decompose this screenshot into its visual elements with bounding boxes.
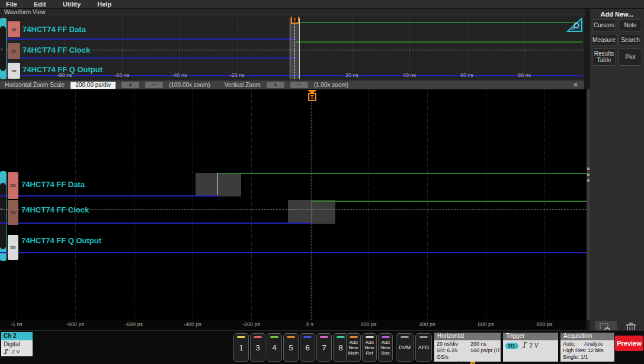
acq-single: Single: 1/1 — [563, 354, 614, 360]
data-transition-block — [196, 173, 241, 197]
menu-edit[interactable]: Edit — [34, 1, 46, 8]
trace-clock-low — [0, 223, 312, 224]
label-ff-qoutput[interactable]: 74HCT74 FF Q Output — [21, 236, 101, 246]
oscilloscope-app: File Edit Utility Help Waveform View ‹› … — [0, 0, 644, 364]
channel-color-stripe — [320, 336, 328, 338]
v-zoom-plus-button[interactable]: + — [267, 82, 284, 88]
dvm-button[interactable]: DVM — [396, 333, 414, 362]
digital-group-bracket — [0, 183, 6, 249]
menu-file[interactable]: File — [6, 1, 17, 8]
channel-color-stripe — [254, 336, 262, 338]
trigger-position-flag[interactable]: T — [290, 17, 300, 24]
axis-tick: 40 ns — [403, 72, 416, 78]
trigger-title: Trigger — [503, 333, 558, 340]
grid-line — [409, 17, 410, 80]
channel-color-stripe — [237, 336, 245, 338]
acq-resolution: High Res: 12 bits — [563, 347, 614, 354]
ref-color-stripe — [366, 336, 374, 338]
badge-d2[interactable]: D2 — [8, 172, 18, 199]
panel-grip-handle[interactable] — [587, 167, 589, 182]
h-zoom-minus-button[interactable]: − — [145, 82, 163, 88]
axis-tick: -400 ps — [184, 321, 201, 327]
close-zoom-icon[interactable]: ✕ — [573, 81, 578, 89]
channel-4-button[interactable]: 4 — [267, 333, 282, 362]
menu-help[interactable]: Help — [97, 1, 111, 8]
axis-tick: 400 ps — [419, 321, 435, 327]
record-length: RL: 1.25 kpts — [437, 360, 470, 364]
axis-tick: -800 ps — [66, 321, 84, 327]
h-zoom-plus-button[interactable]: + — [121, 82, 139, 88]
axis-tick: 800 ps — [536, 321, 552, 327]
badge-d0[interactable]: D0 — [8, 63, 20, 79]
tab-strip: Waveform View — [0, 9, 585, 17]
grid-line — [369, 89, 369, 320]
add-new-bus-button[interactable]: Add New Bus — [378, 333, 393, 362]
trace-data-high — [218, 173, 587, 174]
badge-d2[interactable]: D2 — [8, 21, 20, 37]
note-button[interactable]: Note — [619, 19, 642, 31]
v-zoom-minus-button[interactable]: − — [290, 82, 308, 88]
grid-line — [75, 89, 76, 320]
trace-data-high — [296, 22, 583, 23]
results-table-button[interactable]: Results Table — [592, 48, 616, 66]
channel-6-button[interactable]: 6 — [300, 333, 315, 362]
axis-tick: -60 ns — [114, 72, 129, 78]
trace-qoutput-low — [0, 252, 587, 253]
grid-line — [524, 17, 525, 80]
zoomed-waveform-view: T ‹› D2 74HCT74 FF Data D1 74HCT74 FF Cl… — [0, 89, 587, 320]
add-new-math-button[interactable]: Add New Math — [346, 333, 361, 362]
search-button[interactable]: Search — [619, 34, 642, 46]
channel-2-name: Ch 2 — [1, 332, 33, 340]
label-ff-data[interactable]: 74HCT74 FF Data — [21, 180, 85, 189]
channel-3-button[interactable]: 3 — [250, 333, 265, 362]
trigger-position-flag[interactable]: T — [307, 90, 317, 101]
label-ff-clock[interactable]: 74HCT74 FF Clock — [21, 205, 89, 215]
acquisition-panel[interactable]: Acquisition Auto,Analyze High Res: 12 bi… — [560, 333, 614, 362]
trace-clock-low — [7, 57, 296, 59]
sample-rate: SR: 6.25 GS/s — [437, 347, 470, 360]
menu-utility[interactable]: Utility — [63, 1, 81, 8]
axis-tick: -200 ps — [242, 321, 260, 327]
plot-button[interactable]: Plot — [619, 48, 642, 66]
channel-5-button[interactable]: 5 — [283, 333, 299, 362]
threshold-edge-icon — [4, 349, 9, 354]
trigger-panel[interactable]: Trigger D1 2 V — [503, 333, 558, 362]
tab-waveform-view[interactable]: Waveform View — [4, 9, 45, 15]
cursors-button[interactable]: Cursors — [592, 19, 616, 31]
zoom-window-strip[interactable] — [290, 18, 300, 79]
trace-clock-high — [312, 201, 587, 202]
trigger-position-icon: T — [470, 362, 475, 364]
badge-d1[interactable]: D1 — [8, 200, 18, 225]
badge-d0[interactable]: D0 — [8, 235, 18, 260]
grid-line — [486, 89, 486, 320]
channel-1-button[interactable]: 1 — [233, 333, 249, 362]
measure-button[interactable]: Measure — [591, 34, 617, 46]
axis-tick: -1 ns — [11, 321, 23, 327]
axis-tick: 600 ps — [478, 321, 494, 327]
zoom-overview-triangle-icon[interactable] — [566, 18, 583, 33]
horizontal-panel[interactable]: Horizontal 20 ns/div200 ns SR: 6.25 GS/s… — [434, 333, 501, 362]
label-ff-qoutput[interactable]: 74HCT74 FF Q Output — [23, 65, 102, 75]
data-transition-edge — [217, 173, 218, 197]
label-ff-data[interactable]: 74HCT74 FF Data — [23, 25, 86, 34]
channel-color-stripe — [270, 336, 278, 338]
label-ff-clock[interactable]: 74HCT74 FF Clock — [23, 46, 90, 55]
add-new-ref-button[interactable]: Add New Ref — [362, 333, 377, 362]
afg-button[interactable]: AFG — [415, 333, 432, 362]
axis-tick: 200 ps — [360, 321, 376, 327]
preview-button[interactable]: Preview — [615, 336, 643, 351]
waveform-overview: ‹› D2 74HCT74 FF Data D1 74HCT74 FF Cloc… — [0, 17, 584, 80]
h-zoom-scale-value[interactable]: 200.00 ps/div — [71, 82, 116, 89]
horizontal-window: 200 ns — [470, 341, 486, 347]
trigger-source-badge: D1 — [505, 343, 518, 349]
math-color-stripe — [350, 336, 358, 338]
axis-tick: 0 s — [306, 321, 313, 327]
trace-clock-high — [296, 41, 583, 43]
grid-line — [180, 17, 180, 80]
zoom-toolbar: Horizontal Zoom Scale 200.00 ps/div + − … — [0, 80, 584, 89]
badge-d1[interactable]: D1 — [8, 43, 20, 59]
channel-7-button[interactable]: 7 — [316, 333, 332, 362]
channel-2-badge[interactable]: Ch 2 Digital : 2 V — [1, 332, 33, 356]
axis-tick: -600 ps — [125, 321, 143, 327]
grid-line — [251, 89, 252, 320]
